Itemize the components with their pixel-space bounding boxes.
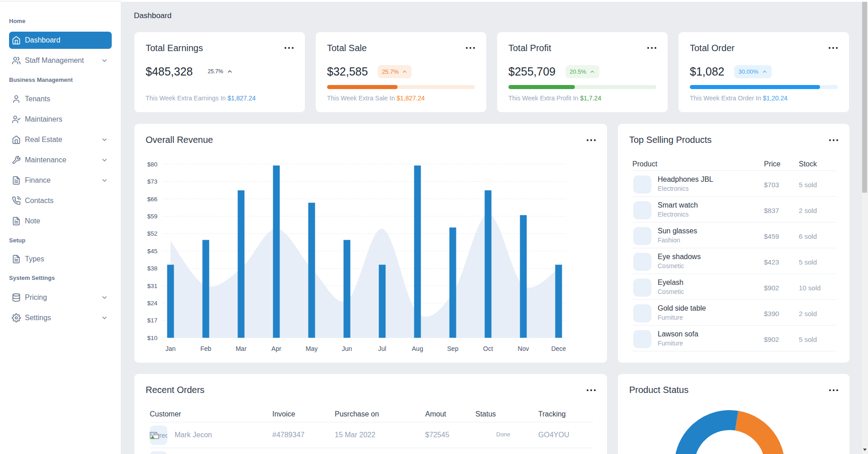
svg-text:$17: $17 xyxy=(147,317,157,324)
svg-text:Sep: Sep xyxy=(447,345,459,352)
svg-text:Oct: Oct xyxy=(483,345,493,352)
svg-text:Jan: Jan xyxy=(166,345,176,352)
svg-text:Mar: Mar xyxy=(236,345,247,352)
svg-text:$52: $52 xyxy=(147,230,157,237)
svg-text:$24: $24 xyxy=(147,300,157,307)
svg-text:Feb: Feb xyxy=(200,345,211,352)
svg-text:$73: $73 xyxy=(147,178,157,185)
svg-text:Jun: Jun xyxy=(342,345,352,352)
svg-text:$45: $45 xyxy=(147,248,157,255)
svg-text:$66: $66 xyxy=(147,196,157,203)
svg-text:May: May xyxy=(306,345,318,352)
svg-text:$59: $59 xyxy=(147,213,157,220)
svg-text:Aug: Aug xyxy=(412,345,423,352)
svg-text:Jul: Jul xyxy=(378,345,386,352)
svg-text:$31: $31 xyxy=(147,283,157,289)
svg-text:Nov: Nov xyxy=(518,345,529,352)
svg-text:Apr: Apr xyxy=(271,345,281,352)
svg-text:Dece: Dece xyxy=(551,345,566,352)
svg-text:$80: $80 xyxy=(147,161,157,168)
svg-text:$38: $38 xyxy=(147,265,157,272)
svg-text:$10: $10 xyxy=(147,335,157,341)
